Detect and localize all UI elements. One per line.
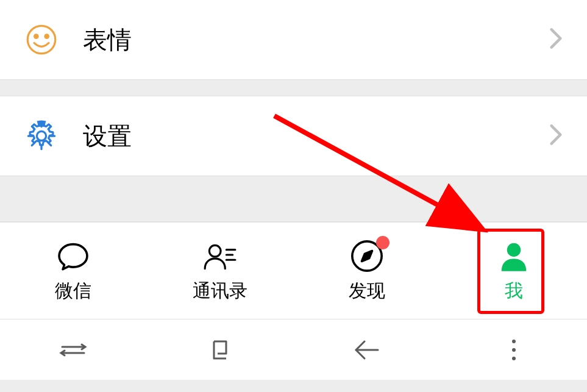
chat-bubble-icon [55, 238, 91, 274]
tab-discover-label: 发现 [349, 279, 385, 304]
tab-bar: 微信 通讯录 发现 [0, 221, 587, 319]
notification-badge [376, 236, 390, 249]
tab-wechat-label: 微信 [55, 279, 91, 304]
home-icon[interactable] [205, 335, 235, 365]
tab-me-label: 我 [505, 279, 523, 304]
gear-icon [24, 119, 59, 153]
svg-point-1 [35, 35, 38, 38]
person-icon [496, 238, 532, 274]
svg-point-0 [27, 26, 55, 54]
tab-contacts-label: 通讯录 [193, 279, 247, 304]
smile-icon [24, 23, 59, 57]
svg-point-9 [507, 243, 521, 257]
svg-point-4 [210, 245, 221, 257]
tab-me[interactable]: 我 [440, 223, 587, 319]
recent-apps-icon[interactable] [58, 335, 88, 365]
svg-point-12 [512, 357, 516, 360]
svg-point-11 [512, 348, 516, 352]
bottom-spacer [0, 176, 587, 221]
contacts-icon [202, 238, 238, 274]
tab-contacts[interactable]: 通讯录 [147, 223, 294, 319]
svg-point-10 [512, 340, 516, 343]
emoji-item[interactable]: 表情 [0, 0, 587, 79]
chevron-right-icon [549, 26, 563, 53]
menu-dots-icon[interactable] [499, 335, 529, 365]
tab-wechat[interactable]: 微信 [0, 223, 147, 319]
compass-icon [349, 238, 385, 274]
settings-item[interactable]: 设置 [0, 96, 587, 176]
svg-point-2 [45, 35, 48, 38]
back-icon[interactable] [352, 335, 382, 365]
svg-point-3 [37, 131, 46, 140]
tab-discover[interactable]: 发现 [294, 223, 441, 319]
settings-label: 设置 [83, 119, 549, 153]
chevron-right-icon [549, 123, 563, 149]
emoji-label: 表情 [83, 23, 549, 57]
section-gap [0, 79, 587, 96]
system-nav-bar [0, 319, 587, 380]
